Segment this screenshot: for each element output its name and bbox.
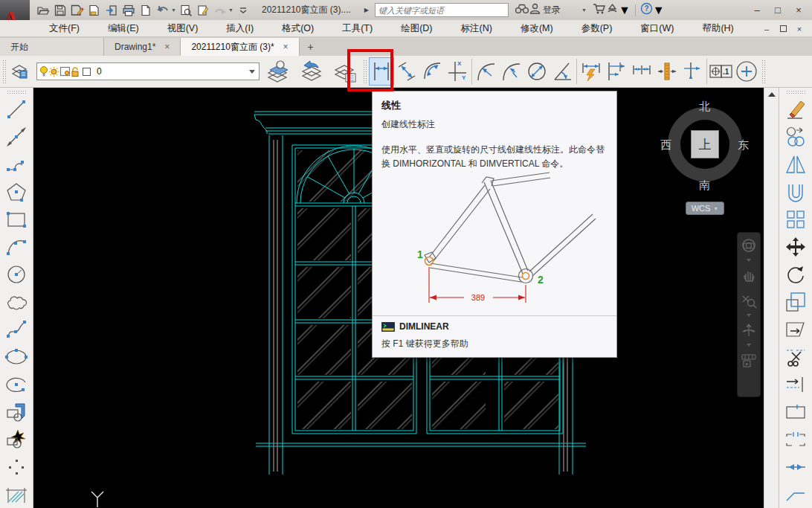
viewcube-west[interactable]: 西 bbox=[660, 138, 671, 152]
tab-start[interactable]: 开始 bbox=[0, 38, 104, 56]
ellipse-arc-tool[interactable] bbox=[2, 370, 30, 398]
menu-format[interactable]: 格式(O) bbox=[271, 22, 324, 35]
plot-sheet-button[interactable] bbox=[86, 1, 103, 19]
redo-menu-chevron-icon[interactable]: ▼ bbox=[228, 7, 234, 13]
combo-chevron-icon[interactable] bbox=[249, 70, 255, 74]
a360-share-button[interactable] bbox=[606, 3, 619, 17]
export-button[interactable] bbox=[103, 1, 120, 19]
save-button[interactable] bbox=[51, 1, 68, 19]
polygon-tool[interactable] bbox=[2, 178, 30, 205]
doc-close-button[interactable]: × bbox=[791, 22, 808, 35]
help-chevron-icon[interactable]: ▼ bbox=[653, 4, 665, 17]
print-button[interactable] bbox=[120, 1, 137, 19]
tab-close-icon[interactable]: × bbox=[283, 42, 289, 52]
erase-tool[interactable] bbox=[782, 95, 810, 123]
ordinate-dimension-button[interactable]: XY bbox=[445, 57, 470, 86]
layer-properties-button[interactable] bbox=[328, 57, 361, 86]
menu-window[interactable]: 窗口(W) bbox=[630, 22, 684, 35]
scroll-up-button[interactable] bbox=[764, 88, 779, 101]
rectangle-tool[interactable] bbox=[2, 205, 30, 233]
make-block-tool[interactable] bbox=[2, 425, 30, 453]
undo-menu-chevron-icon[interactable]: ▼ bbox=[171, 7, 177, 13]
pan-button[interactable] bbox=[738, 263, 760, 288]
menu-dimension[interactable]: 标注(N) bbox=[451, 22, 503, 35]
tab-active-document[interactable]: 20211210窗立面 (3)* × bbox=[181, 38, 299, 56]
navbar-chevron-icon[interactable] bbox=[747, 344, 751, 347]
radius-dimension-button[interactable] bbox=[474, 57, 499, 86]
break-at-point-tool[interactable] bbox=[782, 398, 810, 425]
plot-preview-button[interactable] bbox=[177, 1, 194, 19]
draw-toolbar-grip[interactable] bbox=[7, 90, 26, 94]
show-motion-button[interactable] bbox=[738, 347, 760, 373]
spline-tool[interactable] bbox=[2, 315, 30, 343]
insert-block-tool[interactable] bbox=[2, 398, 30, 425]
construction-line-tool[interactable] bbox=[2, 123, 30, 150]
vertical-scrollbar[interactable] bbox=[764, 88, 779, 508]
search-button[interactable] bbox=[515, 3, 529, 17]
dimension-space-button[interactable] bbox=[654, 57, 680, 86]
properties-button[interactable] bbox=[194, 1, 211, 19]
close-button[interactable]: × bbox=[788, 2, 809, 19]
login-chevron-icon[interactable]: ▼ bbox=[581, 7, 587, 13]
tab-drawing1[interactable]: Drawing1* × bbox=[104, 38, 181, 56]
linear-dimension-button[interactable] bbox=[369, 57, 394, 86]
viewcube-south[interactable]: 南 bbox=[699, 179, 710, 193]
viewcube-top-face[interactable]: 上 bbox=[691, 130, 719, 158]
stretch-tool[interactable] bbox=[782, 315, 810, 343]
rotate-tool[interactable] bbox=[782, 260, 810, 288]
menu-insert[interactable]: 插入(I) bbox=[216, 22, 264, 35]
hatch-tool[interactable] bbox=[2, 480, 30, 508]
a360-chevron-icon[interactable]: ▼ bbox=[619, 4, 631, 17]
center-mark-button[interactable] bbox=[734, 57, 759, 86]
layer-translate-button[interactable] bbox=[8, 57, 33, 86]
aligned-dimension-button[interactable] bbox=[394, 57, 419, 86]
wcs-dropdown[interactable]: WCS ▼ bbox=[686, 202, 724, 215]
save-as-button[interactable] bbox=[68, 1, 86, 19]
sign-in-button[interactable] bbox=[529, 3, 541, 17]
minimize-button[interactable]: – bbox=[747, 2, 767, 19]
doc-minimize-button[interactable]: – bbox=[758, 22, 775, 35]
redo-button[interactable] bbox=[211, 1, 228, 19]
arc-tool[interactable] bbox=[2, 233, 30, 260]
mirror-tool[interactable] bbox=[782, 150, 810, 178]
revision-cloud-tool[interactable] bbox=[2, 288, 30, 315]
trim-tool[interactable] bbox=[782, 343, 810, 370]
arc-length-dimension-button[interactable] bbox=[419, 57, 445, 86]
copy-tool[interactable] bbox=[782, 123, 810, 150]
modify-toolbar-grip[interactable] bbox=[786, 90, 805, 94]
offset-tool[interactable] bbox=[782, 178, 810, 205]
doc-restore-button[interactable] bbox=[775, 22, 791, 35]
quick-dimension-button[interactable] bbox=[579, 57, 604, 86]
tab-close-icon[interactable]: × bbox=[164, 42, 170, 52]
diameter-dimension-button[interactable] bbox=[524, 57, 550, 86]
menu-draw[interactable]: 绘图(D) bbox=[390, 22, 442, 35]
make-layer-current-button[interactable] bbox=[262, 57, 295, 86]
join-tool[interactable] bbox=[782, 453, 810, 480]
toolbar-grip[interactable] bbox=[761, 60, 765, 83]
dimension-break-button[interactable] bbox=[680, 57, 705, 86]
chamfer-tool[interactable] bbox=[782, 480, 810, 508]
steering-wheel-button[interactable] bbox=[738, 233, 760, 258]
undo-button[interactable] bbox=[154, 1, 171, 19]
new-drawing-button[interactable] bbox=[137, 1, 154, 19]
angular-dimension-button[interactable] bbox=[550, 57, 575, 86]
orbit-button[interactable] bbox=[738, 318, 760, 343]
maximize-button[interactable]: □ bbox=[767, 2, 788, 19]
navbar-chevron-icon[interactable] bbox=[747, 314, 751, 317]
menu-view[interactable]: 视图(V) bbox=[157, 22, 209, 35]
zoom-button[interactable] bbox=[738, 288, 760, 313]
baseline-dimension-button[interactable] bbox=[604, 57, 629, 86]
menu-edit[interactable]: 编辑(E) bbox=[97, 22, 149, 35]
array-tool[interactable] bbox=[782, 205, 810, 233]
tolerance-button[interactable]: .1 bbox=[709, 57, 734, 86]
scale-tool[interactable] bbox=[782, 288, 810, 315]
menu-file[interactable]: 文件(F) bbox=[39, 22, 90, 35]
dimension-toolbar-grip[interactable] bbox=[363, 60, 367, 83]
menu-parametric[interactable]: 参数(P) bbox=[571, 22, 623, 35]
navbar-chevron-icon[interactable] bbox=[747, 259, 751, 262]
search-arrow-icon[interactable]: ▶ bbox=[364, 7, 369, 13]
help-search-box[interactable] bbox=[375, 3, 509, 17]
menu-help[interactable]: 帮助(H) bbox=[692, 22, 744, 35]
move-tool[interactable] bbox=[782, 233, 810, 260]
toolbar-grip[interactable] bbox=[2, 60, 6, 83]
